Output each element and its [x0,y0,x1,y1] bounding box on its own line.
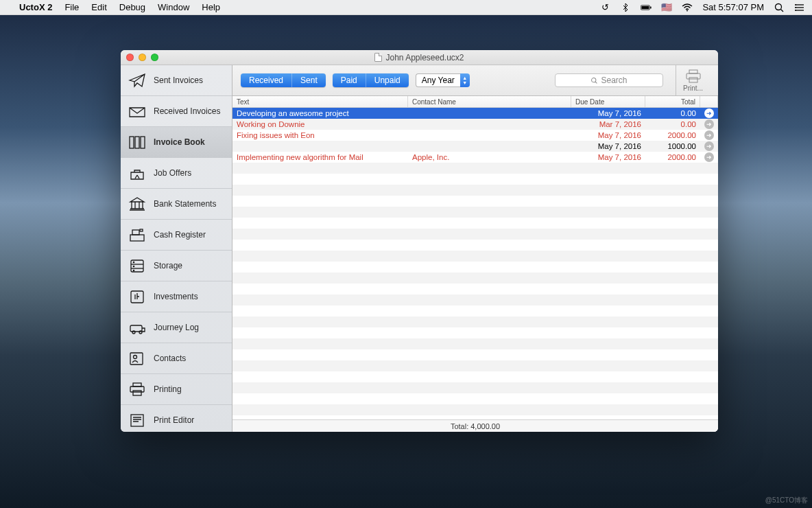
cell-arrow[interactable]: ➜ [700,152,718,162]
window-close-button[interactable] [126,54,134,61]
cell-text: Working on Downie [232,120,408,128]
sidebar-item-journey-log[interactable]: Journey Log [121,312,232,343]
seg-received[interactable]: Received [241,73,292,87]
menubar-debug[interactable]: Debug [119,2,145,12]
table-row[interactable]: May 7, 20161000.00➜ [232,141,718,152]
table-row[interactable]: Working on DownieMar 7, 20160.00➜ [232,119,718,130]
document-icon [374,53,382,62]
column-contact[interactable]: Contact Name [408,96,571,107]
window-titlebar[interactable]: John Appleseed.ucx2 [121,50,718,65]
sidebar: Sent InvoicesReceived InvoicesInvoice Bo… [121,65,232,432]
segmented-received-sent: Received Sent [241,73,326,87]
column-total[interactable]: Total [645,96,700,107]
sidebar-item-sent-invoices[interactable]: Sent Invoices [121,65,232,96]
menubar-window[interactable]: Window [158,2,189,12]
sidebar-item-received-invoices[interactable]: Received Invoices [121,96,232,127]
sidebar-item-cash-register[interactable]: Cash Register [121,220,232,251]
year-stepper[interactable]: ▲▼ [460,73,470,87]
battery-icon[interactable] [641,2,652,13]
svg-rect-43 [689,78,697,82]
bank-statements-icon [128,196,147,212]
print-editor-icon [128,412,147,428]
cell-arrow[interactable]: ➜ [700,141,718,151]
svg-point-11 [795,10,796,11]
table-row [232,251,718,262]
menubar-file[interactable]: File [64,2,79,12]
table-row[interactable]: Implementing new algorithm for MailApple… [232,152,718,163]
menubar-clock[interactable]: Sat 5:57:07 PM [702,2,764,12]
svg-line-5 [781,9,784,12]
sidebar-item-printing[interactable]: Printing [121,374,232,405]
print-button[interactable]: Print... [676,65,710,95]
svg-rect-1 [642,5,649,8]
seg-sent[interactable]: Sent [292,73,326,87]
cell-arrow[interactable]: ➜ [700,130,718,140]
sidebar-item-invoice-book[interactable]: Invoice Book [121,127,232,158]
table-row [232,360,718,371]
menubar-edit[interactable]: Edit [91,2,106,12]
sidebar-item-label: Storage [154,261,182,270]
timemachine-icon[interactable]: ↺ [599,2,610,13]
window-zoom-button[interactable] [151,54,158,61]
table-row [232,273,718,284]
arrow-right-icon: ➜ [704,152,714,162]
cell-text: Fixing issues with Eon [232,131,408,139]
svg-rect-35 [131,415,143,426]
svg-point-26 [132,331,135,334]
cell-total: 1000.00 [645,142,700,150]
svg-point-23 [133,270,134,270]
svg-rect-34 [133,391,141,395]
sidebar-item-print-editor[interactable]: Print Editor [121,405,232,432]
cell-arrow[interactable]: ➜ [700,108,718,118]
print-label: Print... [683,84,703,92]
spotlight-icon[interactable] [774,2,785,13]
year-select[interactable]: Any Year [416,73,460,87]
sidebar-item-label: Investments [154,292,198,301]
table-row[interactable]: Developing an awesome projectMay 7, 2016… [232,108,718,119]
cell-due: May 7, 2016 [571,153,645,161]
watermark: @51CTO博客 [765,496,808,505]
svg-point-9 [795,4,796,5]
svg-point-3 [686,10,688,11]
app-window: John Appleseed.ucx2 Sent InvoicesReceive… [121,50,718,432]
sidebar-item-job-offers[interactable]: Job Offers [121,158,232,189]
flag-icon[interactable]: 🇺🇸 [661,2,672,13]
cell-arrow[interactable]: ➜ [700,119,718,129]
menubar-help[interactable]: Help [202,2,220,12]
table-row [232,327,718,338]
svg-rect-33 [130,386,144,392]
sidebar-item-label: Contacts [154,354,186,363]
cell-text: Implementing new algorithm for Mail [232,153,408,161]
svg-rect-18 [131,260,143,272]
svg-rect-42 [686,73,700,79]
column-text[interactable]: Text [232,96,408,107]
sidebar-item-bank-statements[interactable]: Bank Statements [121,189,232,220]
table-header: Text Contact Name Due Date Total [232,96,718,108]
seg-paid[interactable]: Paid [333,73,366,87]
search-input[interactable]: Search [555,73,663,87]
notification-center-icon[interactable] [794,2,805,13]
table-row [232,371,718,382]
column-due[interactable]: Due Date [571,96,645,107]
sidebar-item-label: Job Offers [154,168,191,178]
table-row [232,174,718,185]
table-row [232,163,718,174]
svg-point-29 [134,356,137,359]
bluetooth-icon[interactable] [620,2,631,13]
svg-rect-32 [133,383,141,386]
sidebar-item-label: Journey Log [154,323,199,332]
seg-unpaid[interactable]: Unpaid [366,73,409,87]
sidebar-item-label: Sent Invoices [154,76,203,85]
sidebar-item-label: Bank Statements [154,199,216,209]
sidebar-item-storage[interactable]: Storage [121,251,232,281]
job-offers-icon [128,165,147,181]
sidebar-item-contacts[interactable]: Contacts [121,343,232,374]
table-row[interactable]: Fixing issues with EonMay 7, 20162000.00… [232,130,718,141]
svg-rect-14 [141,137,145,148]
sidebar-item-investments[interactable]: Investments [121,281,232,312]
wifi-icon[interactable] [682,2,693,13]
table-row [232,262,718,273]
svg-rect-12 [130,137,134,148]
window-minimize-button[interactable] [139,54,146,61]
menubar-app-name[interactable]: UctoX 2 [19,2,52,12]
